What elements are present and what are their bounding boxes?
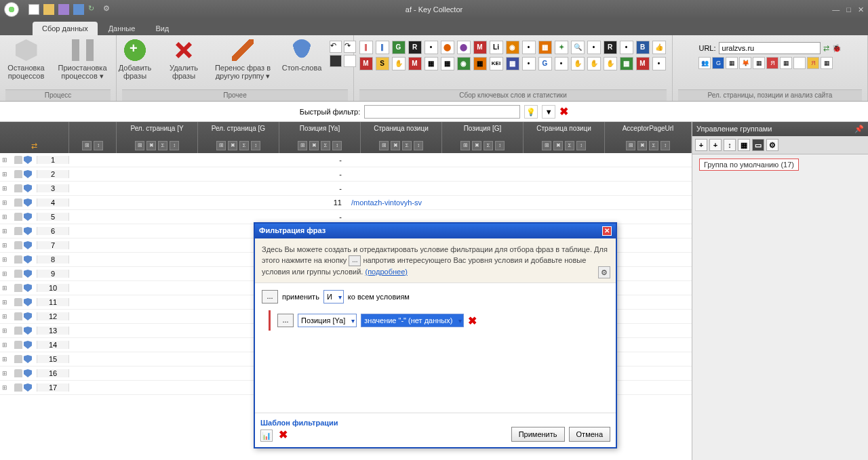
ci-37[interactable]: M [636, 57, 650, 70]
swap-icon[interactable]: ⇄ [31, 142, 37, 150]
gt-add[interactable]: + [695, 139, 707, 151]
ci-13[interactable]: ✦ [555, 41, 568, 54]
expand-icon[interactable]: ⊞ [0, 228, 9, 234]
expand-icon[interactable]: ⊞ [0, 370, 9, 377]
expand-icon[interactable]: ⊞ [0, 185, 9, 192]
ci-26[interactable]: ◉ [457, 57, 471, 70]
funnel-icon[interactable]: ▼ [542, 105, 555, 119]
apply-button[interactable]: Применить [511, 427, 565, 442]
field-select[interactable]: Позиция [Ya] [298, 314, 357, 327]
small-tool-3[interactable] [330, 55, 342, 67]
quick-filter-input[interactable] [364, 105, 520, 119]
expand-icon[interactable]: ⊞ [0, 156, 9, 163]
ci-17[interactable]: • [620, 41, 633, 54]
ci-25[interactable]: ▦ [441, 57, 454, 70]
stop-words-button[interactable]: Стоп-слова [281, 38, 323, 72]
ci-5[interactable]: • [425, 41, 438, 54]
delete-phrases-button[interactable]: Удалить фразы [163, 38, 205, 80]
expand-icon[interactable]: ⊞ [0, 313, 9, 320]
expand-icon[interactable]: ⊞ [0, 213, 9, 220]
cond-dots-button[interactable]: ... [277, 314, 294, 327]
si-5[interactable]: ▦ [753, 57, 765, 69]
expand-icon[interactable]: ⊞ [0, 171, 9, 177]
bulb-icon[interactable]: 💡 [524, 105, 538, 119]
si-4[interactable]: 🦊 [739, 57, 751, 69]
minimize-button[interactable]: — [832, 5, 840, 14]
move-phrases-button[interactable]: Перенос фраз в другую группу ▾ [212, 38, 274, 80]
ci-35[interactable]: ✋ [604, 57, 617, 70]
cancel-button[interactable]: Отмена [569, 427, 610, 442]
si-10[interactable]: ▦ [821, 57, 833, 69]
tree-default-group[interactable]: Группа по умолчанию (17) [699, 159, 799, 171]
ci-32[interactable]: • [555, 57, 568, 70]
url-go-icon[interactable]: ⇄ [823, 44, 829, 53]
add-phrases-button[interactable]: Добавить фразы [114, 38, 156, 80]
settings-icon[interactable]: ⚙ [103, 4, 114, 15]
ci-34[interactable]: ✋ [587, 57, 601, 70]
ci-11[interactable]: • [522, 41, 536, 54]
table-row[interactable]: ⊞1- [0, 153, 692, 167]
expand-icon[interactable]: ⊞ [0, 199, 9, 206]
ci-9[interactable]: Li [490, 41, 503, 54]
expand-icon[interactable]: ⊞ [0, 384, 9, 391]
ci-4[interactable]: R [408, 41, 422, 54]
ci-31[interactable]: G [538, 57, 552, 70]
ci-3[interactable]: G [392, 41, 406, 54]
expand-icon[interactable]: ⊞ [0, 356, 9, 362]
si-7[interactable]: ▦ [780, 57, 792, 69]
ci-33[interactable]: ✋ [571, 57, 585, 70]
table-row[interactable]: ⊞3- [0, 182, 692, 196]
new-icon[interactable] [28, 4, 39, 15]
ci-30[interactable]: • [522, 57, 536, 70]
gt-4[interactable]: ▦ [738, 139, 750, 151]
maximize-button[interactable]: □ [846, 5, 851, 14]
logic-select[interactable]: И [323, 290, 344, 304]
dialog-settings-icon[interactable]: ⚙ [598, 266, 610, 278]
expand-icon[interactable]: ⊞ [0, 256, 9, 263]
ci-38[interactable]: • [652, 57, 666, 70]
si-1[interactable]: 👥 [698, 57, 711, 69]
ci-12[interactable]: ▦ [538, 41, 552, 54]
ci-20[interactable]: M [359, 57, 373, 70]
tab-view[interactable]: Вид [146, 22, 178, 35]
si-8[interactable] [793, 57, 806, 69]
table-row[interactable]: ⊞2- [0, 167, 692, 182]
ci-22[interactable]: ✋ [392, 57, 406, 70]
tab-collect[interactable]: Сбор данных [33, 22, 98, 35]
expand-icon[interactable]: ⊞ [0, 242, 9, 249]
url-bug-icon[interactable]: 🐞 [832, 44, 842, 53]
ci-18[interactable]: B [636, 41, 650, 54]
dialog-close-button[interactable]: ✕ [602, 226, 612, 236]
value-select[interactable]: значение "-" (нет данных) [361, 314, 464, 327]
expand-icon[interactable]: ⊞ [0, 327, 9, 334]
ci-7[interactable]: ⬤ [457, 41, 471, 54]
pin-icon[interactable]: 📌 [854, 125, 864, 133]
ci-36[interactable]: ▦ [620, 57, 633, 70]
si-2[interactable]: G [712, 57, 724, 69]
template-chart-icon[interactable]: 📊 [260, 430, 273, 442]
si-6[interactable]: Я [766, 57, 778, 69]
url-input[interactable] [719, 42, 821, 54]
ci-29[interactable]: ▦ [506, 57, 519, 70]
ci-10[interactable]: ◉ [506, 41, 519, 54]
ht-a[interactable]: ⊞ [82, 141, 92, 150]
close-button[interactable]: ✕ [858, 5, 864, 14]
more-link[interactable]: (подробнее) [365, 268, 407, 276]
si-3[interactable]: ▦ [726, 57, 738, 69]
ci-6[interactable]: ⬤ [441, 41, 454, 54]
template-delete-icon[interactable]: ✖ [277, 430, 289, 442]
table-row[interactable]: ⊞411/montazh-vintovyh-sv [0, 196, 692, 210]
ci-23[interactable]: M [408, 57, 422, 70]
ci-19[interactable]: 👍 [652, 41, 666, 54]
url-cell[interactable]: /montazh-vintovyh-sv [347, 198, 469, 207]
refresh-icon[interactable]: ↻ [88, 4, 99, 15]
small-tool-1[interactable]: ↶ [330, 41, 342, 53]
expand-icon[interactable]: ⊞ [0, 285, 9, 291]
stop-processes-button[interactable]: Остановка процессов [5, 38, 47, 80]
expand-icon[interactable]: ⊞ [0, 341, 9, 348]
ci-27[interactable]: ▦ [473, 57, 487, 70]
ci-2[interactable]: ∥ [376, 41, 389, 54]
ci-16[interactable]: R [604, 41, 617, 54]
ci-15[interactable]: • [587, 41, 601, 54]
tool-icon-2[interactable] [73, 4, 84, 15]
